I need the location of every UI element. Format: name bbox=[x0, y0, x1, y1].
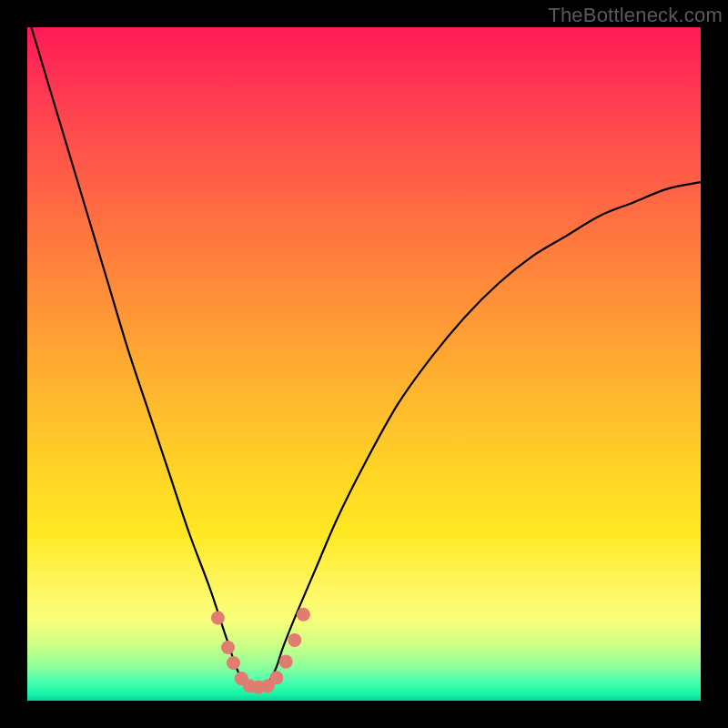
chart-frame: TheBottleneck.com bbox=[0, 0, 728, 728]
curve-marker bbox=[288, 633, 301, 647]
watermark-text: TheBottleneck.com bbox=[548, 4, 723, 27]
chart-svg bbox=[27, 27, 701, 701]
curve-marker bbox=[279, 655, 293, 669]
curve-marker bbox=[269, 671, 283, 684]
curve-marker bbox=[221, 641, 235, 654]
chart-plot-area bbox=[27, 27, 701, 701]
curve-markers bbox=[211, 608, 310, 694]
curve-marker bbox=[297, 608, 310, 622]
curve-marker bbox=[227, 656, 240, 670]
bottleneck-curve bbox=[27, 27, 701, 688]
curve-marker bbox=[211, 611, 225, 624]
